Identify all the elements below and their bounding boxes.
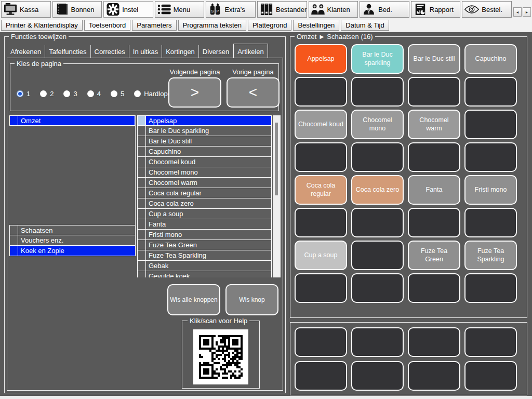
function-tab-diversen[interactable]: Diversen — [199, 45, 233, 58]
key-button-fuze-tea-green[interactable]: Fuze Tea Green — [408, 241, 460, 270]
settings-tab-plattegrond[interactable]: Plattegrond — [248, 20, 292, 31]
list-item-fanta[interactable]: Fanta — [137, 219, 272, 230]
key-button-chocomel-mono[interactable]: Chocomel mono — [351, 110, 404, 139]
key-button-empty[interactable] — [351, 241, 404, 270]
list-item-schaatsen[interactable]: Schaatsen — [9, 225, 136, 235]
toolbar-button-bestanden[interactable]: Bestanden — [257, 1, 307, 18]
list-item-cup-a-soup[interactable]: Cup a soup — [137, 209, 272, 219]
settings-tab-toetsenbord[interactable]: Toetsenbord — [84, 20, 131, 31]
key-button-empty[interactable] — [351, 142, 404, 172]
key-button-empty[interactable] — [351, 273, 404, 303]
page-radio-1[interactable]: 1 — [17, 90, 30, 98]
key-button-empty[interactable] — [464, 273, 517, 303]
toolbar-button-menu[interactable]: Menu — [155, 1, 205, 18]
list-item-chocomel-mono[interactable]: Chocomel mono — [137, 167, 272, 178]
list-item-fuze-tea-sparkling[interactable]: Fuze Tea Sparkling — [137, 250, 272, 261]
toolbar-button-bed[interactable]: Bed. — [360, 1, 409, 18]
key-button-empty[interactable] — [295, 77, 347, 107]
key-button-empty[interactable] — [295, 273, 347, 303]
key-button-empty[interactable] — [295, 142, 347, 172]
key-button-empty[interactable] — [351, 208, 404, 237]
key-button-empty[interactable] — [295, 208, 347, 237]
key-button-coca-cola-zero[interactable]: Coca cola zero — [351, 175, 404, 205]
key-button-empty[interactable] — [464, 77, 517, 107]
functions-panel-title: Functies toewijzen — [9, 32, 69, 41]
bottom-key-button-empty[interactable] — [351, 361, 404, 391]
key-button-empty[interactable] — [408, 142, 460, 172]
toolbar-button-klanten[interactable]: Klanten — [309, 1, 358, 18]
list-item-chocomel-koud[interactable]: Chocomel koud — [137, 157, 272, 167]
list-item-koek-en-zopie[interactable]: Koek en Zopie — [9, 246, 136, 256]
toolbar-scroll-left-icon[interactable]: ◄ — [513, 7, 522, 17]
page-radio-4[interactable]: 4 — [87, 90, 101, 98]
toolbar-button-bonnen[interactable]: Bonnen — [52, 1, 102, 18]
page-radio-3[interactable]: 3 — [63, 90, 77, 98]
key-button-bar-le-duc-sparkling[interactable]: Bar le Duc sparkling — [351, 44, 404, 74]
key-button-empty[interactable] — [408, 77, 460, 107]
page-radio-hardloper[interactable]: Hardloper — [134, 90, 174, 98]
key-button-empty[interactable] — [464, 208, 517, 237]
next-page-button[interactable]: > — [168, 77, 221, 108]
articles-scrollbar-thumb[interactable] — [275, 123, 278, 195]
key-button-chocomel-koud[interactable]: Chocomel koud — [295, 110, 347, 139]
list-item-chocomel-warm[interactable]: Chocomel warm — [137, 178, 272, 188]
function-tab-kortingen[interactable]: Kortingen — [162, 45, 199, 58]
list-item-fristi-mono[interactable]: Fristi mono — [137, 230, 272, 240]
key-button-fuze-tea-sparkling[interactable]: Fuze Tea Sparkling — [464, 241, 517, 270]
key-button-empty[interactable] — [408, 208, 460, 237]
key-button-empty[interactable] — [464, 110, 517, 139]
key-button-capuchino[interactable]: Capuchino — [464, 44, 517, 74]
settings-tab-parameters[interactable]: Parameters — [132, 20, 176, 31]
key-button-chocomel-warm[interactable]: Chocomel warm — [408, 110, 460, 139]
prev-page-button[interactable]: < — [227, 77, 280, 108]
function-tab-correcties[interactable]: Correcties — [91, 45, 129, 58]
bottom-key-button-empty[interactable] — [295, 327, 347, 357]
key-button-fristi-mono[interactable]: Fristi mono — [464, 175, 517, 205]
settings-tab-printer-klantendisplay[interactable]: Printer & Klantendisplay — [1, 20, 83, 31]
key-button-cup-a-soup[interactable]: Cup a soup — [295, 241, 347, 270]
key-button-fanta[interactable]: Fanta — [408, 175, 460, 205]
page-radio-5[interactable]: 5 — [111, 90, 124, 98]
bottom-key-button-empty[interactable] — [464, 361, 517, 391]
key-button-empty[interactable] — [464, 142, 517, 172]
toolbar-button-kassa[interactable]: Kassa — [1, 1, 51, 18]
key-button-empty[interactable] — [351, 77, 404, 107]
list-item-capuchino[interactable]: Capuchino — [137, 147, 272, 157]
key-button-appelsap[interactable]: Appelsap — [295, 44, 347, 74]
bottom-key-button-empty[interactable] — [351, 327, 404, 357]
list-item-fuze-tea-green[interactable]: Fuze Tea Green — [137, 240, 272, 250]
clear-all-buttons-button[interactable]: Wis alle knoppen — [167, 284, 220, 315]
key-button-bar-le-duc-still[interactable]: Bar le Duc still — [408, 44, 460, 74]
settings-tab-bestellingen[interactable]: Bestellingen — [293, 20, 339, 31]
key-button-coca-cola-regular[interactable]: Coca cola regular — [295, 175, 347, 205]
bottom-key-button-empty[interactable] — [408, 327, 460, 357]
toolbar-scroll-right-icon[interactable]: ► — [523, 7, 531, 17]
toolbar-button-bestel[interactable]: Bestel. — [462, 1, 512, 18]
list-item-omzet[interactable]: Omzet — [9, 115, 135, 126]
list-item-vouchers-enz[interactable]: Vouchers enz. — [9, 235, 136, 246]
list-item-bar-le-duc-still[interactable]: Bar le Duc still — [137, 136, 272, 147]
bottom-key-button-empty[interactable] — [464, 327, 517, 357]
page-radio-2[interactable]: 2 — [40, 90, 54, 98]
list-item-gebak[interactable]: Gebak — [137, 261, 272, 271]
function-tab-artikelen[interactable]: Artikelen — [233, 44, 268, 58]
settings-tab-programma-teksten[interactable]: Programma teksten — [178, 20, 246, 31]
settings-tab-datum-tijd[interactable]: Datum & Tijd — [341, 20, 389, 31]
list-item-bar-le-duc-sparkling[interactable]: Bar le Duc sparkling — [137, 126, 272, 136]
toolbar-button-extra-s[interactable]: SPExtra's — [206, 1, 256, 18]
function-tab-in-uitkas[interactable]: In uitkas — [129, 45, 162, 58]
list-item-gevulde-koek[interactable]: Gevulde koek — [137, 271, 272, 277]
clear-button-button[interactable]: Wis knop — [225, 284, 278, 315]
bottom-key-button-empty[interactable] — [295, 361, 347, 391]
list-item-coca-cola-regular[interactable]: Coca cola regular — [137, 188, 272, 198]
toolbar-button-rapport[interactable]: Rapport — [411, 1, 461, 18]
function-tab-afrekenen[interactable]: Afrekenen — [7, 45, 45, 58]
bottom-key-button-empty[interactable] — [408, 361, 460, 391]
articles-scrollbar[interactable] — [273, 115, 281, 277]
function-tab-tafelfuncties[interactable]: Tafelfuncties — [45, 45, 90, 58]
help-qr-code[interactable] — [193, 329, 248, 384]
list-item-coca-cola-zero[interactable]: Coca cola zero — [137, 198, 272, 209]
key-button-empty[interactable] — [408, 273, 460, 303]
list-item-appelsap[interactable]: Appelsap — [137, 115, 272, 126]
toolbar-button-instel[interactable]: Instel — [103, 1, 153, 18]
